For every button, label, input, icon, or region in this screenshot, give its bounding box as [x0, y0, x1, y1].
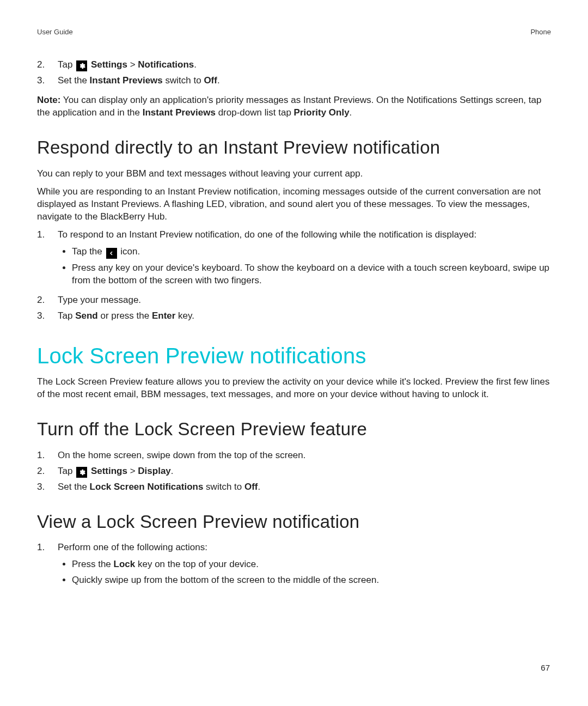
- paragraph: You can reply to your BBM and text messa…: [37, 168, 551, 180]
- step-number: 1.: [37, 541, 58, 591]
- step-body: Perform one of the following actions: Pr…: [58, 541, 551, 591]
- heading-respond: Respond directly to an Instant Preview n…: [37, 136, 551, 160]
- bullet-list: Press the Lock key on the top of your de…: [58, 558, 551, 587]
- step-item: 2. Tap Settings > Display.: [37, 465, 551, 478]
- header-right: Phone: [530, 27, 551, 37]
- step-number: 2.: [37, 465, 58, 478]
- view-steps: 1. Perform one of the following actions:…: [37, 541, 551, 591]
- step-number: 1.: [37, 229, 58, 291]
- instant-preview-off-steps: 2. Tap Settings > Notifications. 3. Set …: [37, 59, 551, 87]
- step-body: Tap Settings > Notifications.: [58, 59, 551, 71]
- step-body: Tap Send or press the Enter key.: [58, 310, 551, 322]
- step-number: 2.: [37, 59, 58, 71]
- step-number: 3.: [37, 310, 58, 322]
- note-paragraph: Note: You can display only an applicatio…: [37, 94, 551, 119]
- step-item: 3. Tap Send or press the Enter key.: [37, 310, 551, 322]
- breadcrumb-part: Settings: [91, 466, 127, 476]
- header-left: User Guide: [37, 27, 73, 37]
- step-body: Set the Lock Screen Notifications switch…: [58, 481, 551, 494]
- step-body: On the home screen, swipe down from the …: [58, 449, 551, 462]
- list-item: Press any key on your device's keyboard.…: [72, 262, 551, 287]
- list-item: Press the Lock key on the top of your de…: [72, 558, 551, 571]
- breadcrumb-part: Display: [138, 466, 170, 476]
- step-body: Set the Instant Previews switch to Off.: [58, 75, 551, 87]
- breadcrumb-part: Notifications: [138, 59, 194, 70]
- settings-gear-icon: [76, 60, 87, 71]
- reply-arrow-icon: [106, 248, 117, 259]
- document-page: User Guide Phone 2. Tap Settings > Notif…: [0, 0, 588, 706]
- heading-turn-off-lock-preview: Turn off the Lock Screen Preview feature: [37, 417, 551, 442]
- paragraph: The Lock Screen Preview feature allows y…: [37, 376, 551, 401]
- bullet-list: Tap the icon. Press any key on your devi…: [58, 246, 551, 287]
- step-number: 1.: [37, 449, 58, 462]
- step-item: 1. On the home screen, swipe down from t…: [37, 449, 551, 462]
- breadcrumb-part: Settings: [91, 59, 127, 70]
- step-item: 1. To respond to an Instant Preview noti…: [37, 229, 551, 291]
- list-item: Tap the icon.: [72, 246, 551, 259]
- paragraph: While you are responding to an Instant P…: [37, 186, 551, 223]
- list-item: Quickly swipe up from the bottom of the …: [72, 574, 551, 587]
- step-body: Type your message.: [58, 294, 551, 307]
- page-number: 67: [541, 662, 550, 673]
- step-item: 2. Tap Settings > Notifications.: [37, 59, 551, 71]
- breadcrumb-sep: >: [130, 466, 138, 476]
- page-header: User Guide Phone: [37, 27, 551, 37]
- step-body: Tap Settings > Display.: [58, 465, 551, 478]
- step-item: 3. Set the Lock Screen Notifications swi…: [37, 481, 551, 494]
- breadcrumb-sep: >: [130, 59, 138, 70]
- note-label: Note:: [37, 95, 60, 105]
- step-item: 2. Type your message.: [37, 294, 551, 307]
- turnoff-steps: 1. On the home screen, swipe down from t…: [37, 449, 551, 494]
- step-number: 2.: [37, 294, 58, 307]
- heading-lock-screen-preview: Lock Screen Preview notifications: [37, 341, 551, 370]
- respond-steps: 1. To respond to an Instant Preview noti…: [37, 229, 551, 323]
- step-number: 3.: [37, 75, 58, 87]
- step-item: 3. Set the Instant Previews switch to Of…: [37, 75, 551, 87]
- step-number: 3.: [37, 481, 58, 494]
- heading-view-lock-preview: View a Lock Screen Preview notification: [37, 510, 551, 534]
- settings-gear-icon: [76, 467, 87, 478]
- step-body: To respond to an Instant Preview notific…: [58, 229, 551, 291]
- step-item: 1. Perform one of the following actions:…: [37, 541, 551, 591]
